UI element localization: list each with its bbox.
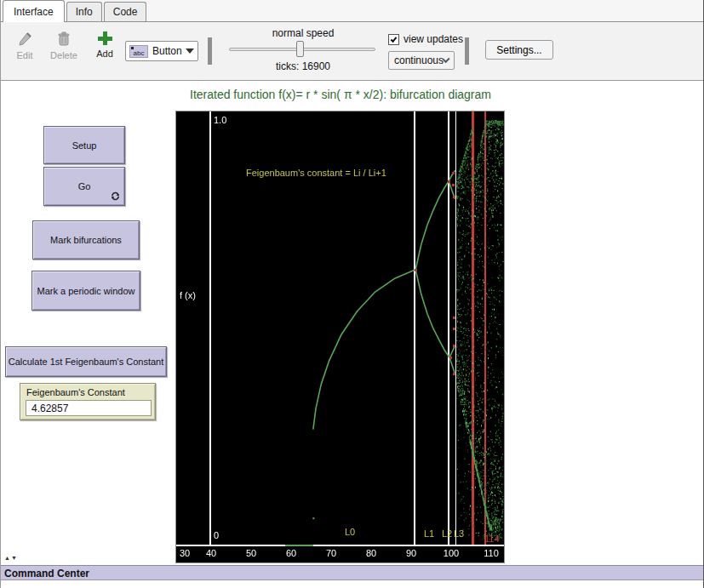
add-button[interactable]: Add [88,31,122,59]
go-label: Go [78,181,91,191]
delete-button[interactable]: Delete [45,31,83,60]
toolbar: Edit Delete Add abc Button normal speed … [1,22,704,81]
abc-widget-icon: abc [129,45,148,58]
toolbar-separator [465,37,469,65]
update-mode-dropdown[interactable]: continuous [388,51,455,70]
command-center: Command Center [1,564,704,588]
interface-canvas: Iterated function f(x)= r * sin( π * x/2… [1,81,704,564]
plot-title: Iterated function f(x)= r * sin( π * x/2… [175,88,506,101]
plot-canvas [176,111,504,562]
pencil-icon [16,31,33,48]
netlogo-window: Interface Info Code Edit Delete Add abc … [0,0,704,588]
view-updates-row: view updates [388,33,463,45]
setup-button[interactable]: Setup [43,126,125,164]
tab-code[interactable]: Code [104,2,147,21]
setup-label: Setup [72,140,97,151]
command-center-header[interactable]: Command Center [1,565,704,580]
widget-type-dropdown[interactable]: abc Button [125,41,198,61]
splitter-arrows-icon[interactable]: ▲▼ [4,555,18,561]
plus-icon [97,31,112,46]
view-updates-checkbox[interactable] [388,34,399,45]
settings-button[interactable]: Settings... [485,40,553,60]
edit-label: Edit [17,50,33,60]
monitor-value: 4.62857 [26,400,152,416]
check-icon [391,36,398,43]
chevron-down-icon [186,49,194,54]
toolbar-separator [208,37,212,65]
monitor-label: Feigenbaum's Constant [20,384,155,397]
command-center-body[interactable] [1,581,704,588]
ticks-counter: ticks: 16900 [232,60,374,72]
speed-slider-thumb[interactable] [296,41,304,57]
mark-bifurcations-button[interactable]: Mark bifurcations [32,220,140,260]
edit-button[interactable]: Edit [8,31,42,60]
add-label: Add [96,49,113,59]
update-mode-value: continuous [394,54,444,66]
feigenbaum-monitor: Feigenbaum's Constant 4.62857 [20,383,156,420]
trash-icon [55,31,72,48]
view-updates-label[interactable]: view updates [404,33,463,45]
widget-type-value: Button [152,45,186,57]
calculate-feigenbaum-button[interactable]: Calculate 1st Feigenbaum's Constant [5,346,167,377]
mark-bifurcations-label: Mark bifurcations [50,235,122,245]
mark-periodic-window-button[interactable]: Mark a periodic window [31,271,140,311]
tab-interface[interactable]: Interface [3,0,65,22]
speed-slider-label: normal speed [232,27,374,39]
bifurcation-plot [175,111,505,563]
forever-loop-icon [110,191,121,202]
tab-bar: Interface Info Code [1,0,704,22]
go-button[interactable]: Go [43,167,125,206]
mark-periodic-window-label: Mark a periodic window [37,286,135,296]
delete-label: Delete [50,50,77,60]
tab-info[interactable]: Info [66,2,102,21]
calculate-feigenbaum-label: Calculate 1st Feigenbaum's Constant [9,357,163,367]
